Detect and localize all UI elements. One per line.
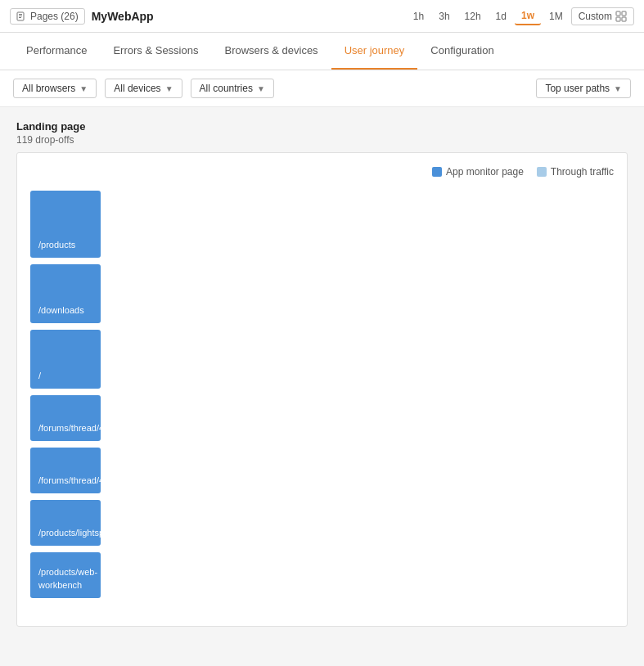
svg-rect-6 (616, 17, 620, 21)
time-custom[interactable]: Custom (571, 7, 634, 25)
tab-performance[interactable]: Performance (13, 33, 100, 70)
tab-configuration[interactable]: Configuration (417, 33, 507, 70)
path-downloads[interactable]: /downloads (30, 264, 101, 323)
top-paths-filter[interactable]: Top user paths ▼ (536, 79, 631, 98)
time-1w[interactable]: 1w (515, 7, 541, 25)
app-title: MyWebApp (92, 10, 407, 23)
time-1h[interactable]: 1h (407, 8, 430, 25)
path-forums-477486[interactable]: /forums/thread/477486 (30, 395, 101, 441)
countries-filter[interactable]: All countries ▼ (191, 79, 274, 98)
pages-label: Pages (26) (30, 11, 79, 22)
svg-rect-5 (622, 11, 626, 16)
path-root[interactable]: / (30, 330, 101, 389)
countries-filter-arrow: ▼ (257, 84, 265, 93)
browsers-filter[interactable]: All browsers ▼ (13, 79, 97, 98)
path-forums-4900709[interactable]: /forums/thread/4900709 (30, 448, 101, 493)
through-traffic-dot (537, 167, 547, 177)
time-12h[interactable]: 12h (458, 8, 488, 25)
browsers-filter-arrow: ▼ (79, 84, 88, 93)
filters-bar: All browsers ▼ All devices ▼ All countri… (0, 70, 644, 107)
landing-title: Landing page (16, 120, 628, 133)
app-monitor-dot (432, 167, 442, 177)
devices-filter-arrow: ▼ (165, 84, 173, 93)
path-products[interactable]: /products (30, 191, 101, 258)
time-1m[interactable]: 1M (543, 8, 570, 25)
tab-browsers-devices[interactable]: Browsers & devices (211, 33, 331, 70)
grid-icon (615, 11, 627, 22)
legend: App monitor page Through traffic (30, 166, 614, 178)
main-content: Landing page 119 drop-offs App monitor p… (0, 107, 644, 664)
pages-badge[interactable]: Pages (26) (10, 8, 85, 25)
svg-rect-4 (616, 11, 620, 16)
time-1d[interactable]: 1d (489, 8, 513, 25)
pages-icon (16, 11, 26, 21)
svg-rect-1 (19, 14, 22, 15)
legend-through-traffic: Through traffic (537, 166, 614, 178)
landing-header: Landing page 119 drop-offs (16, 120, 628, 146)
chart-area: App monitor page Through traffic /produc… (16, 152, 628, 627)
devices-filter[interactable]: All devices ▼ (105, 79, 182, 98)
time-3h[interactable]: 3h (432, 8, 456, 25)
top-paths-filter-arrow: ▼ (614, 84, 622, 93)
time-nav: 1h 3h 12h 1d 1w 1M Custom (407, 7, 634, 25)
tab-user-journey[interactable]: User journey (331, 33, 418, 70)
landing-subtitle: 119 drop-offs (16, 134, 628, 146)
paths-container: /products /downloads / /forums/thread/47… (30, 191, 614, 598)
svg-rect-7 (622, 17, 626, 21)
svg-rect-3 (19, 17, 21, 18)
path-products-web-workbench[interactable]: /products/web-workbench (30, 552, 101, 598)
svg-rect-2 (19, 16, 22, 16)
tabs-bar: Performance Errors & Sessions Browsers &… (0, 33, 644, 70)
tab-errors-sessions[interactable]: Errors & Sessions (100, 33, 211, 70)
legend-app-monitor: App monitor page (432, 166, 524, 178)
path-products-lightspeed[interactable]: /products/lightspeed (30, 500, 101, 546)
top-bar: Pages (26) MyWebApp 1h 3h 12h 1d 1w 1M C… (0, 0, 644, 33)
